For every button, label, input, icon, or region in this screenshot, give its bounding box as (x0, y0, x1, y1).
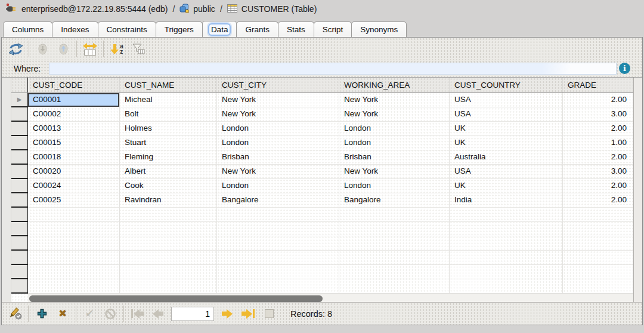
tab-synonyms[interactable]: Synonyms (351, 21, 407, 37)
empty-cell[interactable] (339, 208, 450, 222)
cell-GRADE[interactable]: 2.00 (563, 193, 633, 208)
row-header[interactable] (11, 193, 28, 208)
empty-cell[interactable] (450, 279, 563, 294)
cell-GRADE[interactable]: 2.00 (563, 179, 633, 193)
empty-cell[interactable] (563, 236, 633, 251)
empty-cell[interactable] (217, 251, 339, 265)
delete-row-icon[interactable]: ✖ (55, 306, 70, 322)
cell-GRADE[interactable]: 3.00 (563, 165, 633, 179)
row-header[interactable] (11, 136, 28, 150)
empty-cell[interactable] (120, 236, 217, 251)
empty-cell[interactable] (120, 251, 217, 265)
cell-WORKING_AREA[interactable]: New York (339, 93, 450, 107)
cell-CUST_CODE[interactable]: C00025 (28, 193, 120, 208)
empty-cell[interactable] (339, 279, 450, 294)
empty-cell[interactable] (217, 222, 339, 236)
cell-CUST_NAME[interactable]: Micheal (120, 93, 217, 107)
empty-cell[interactable] (28, 236, 120, 251)
cell-CUST_CODE[interactable]: C00002 (28, 107, 120, 122)
cell-CUST_NAME[interactable]: Fleming (120, 150, 217, 165)
row-header[interactable] (11, 179, 28, 193)
tab-indexes[interactable]: Indexes (52, 21, 98, 37)
row-header[interactable] (11, 150, 28, 165)
empty-cell[interactable] (28, 208, 120, 222)
fit-column-width-icon[interactable] (82, 41, 98, 57)
cell-CUST_NAME[interactable]: Cook (120, 179, 217, 193)
empty-cell[interactable] (120, 265, 217, 279)
empty-cell[interactable] (28, 279, 120, 294)
row-header[interactable] (11, 122, 28, 136)
cell-CUST_NAME[interactable]: Bolt (120, 107, 217, 122)
tab-stats[interactable]: Stats (278, 21, 314, 37)
cell-WORKING_AREA[interactable]: New York (339, 107, 450, 122)
column-header-CUST_COUNTRY[interactable]: CUST_COUNTRY (450, 78, 563, 92)
column-header-CUST_NAME[interactable]: CUST_NAME (120, 78, 217, 92)
cell-CUST_CITY[interactable]: Brisban (217, 150, 339, 165)
row-header[interactable]: ▶ (11, 93, 28, 107)
first-record-icon[interactable] (129, 306, 145, 322)
edit-mode-icon[interactable] (7, 306, 23, 322)
empty-cell[interactable] (563, 251, 633, 265)
cell-WORKING_AREA[interactable]: New York (339, 165, 450, 179)
horizontal-scrollbar-thumb[interactable] (29, 295, 323, 302)
cell-CUST_CITY[interactable]: New York (217, 165, 339, 179)
filter-table-icon[interactable] (130, 41, 145, 57)
tab-columns[interactable]: Columns (3, 21, 52, 37)
cell-CUST_COUNTRY[interactable]: USA (450, 165, 563, 179)
rollback-icon[interactable] (103, 306, 118, 322)
cell-CUST_COUNTRY[interactable]: UK (450, 179, 563, 193)
tab-data[interactable]: Data (202, 21, 237, 37)
cell-CUST_NAME[interactable]: Stuart (120, 136, 217, 150)
cell-CUST_CITY[interactable]: London (217, 179, 339, 193)
row-header[interactable] (11, 208, 28, 222)
empty-cell[interactable] (563, 279, 633, 294)
cell-WORKING_AREA[interactable]: London (339, 179, 450, 193)
cell-GRADE[interactable]: 3.00 (563, 107, 633, 122)
column-header-CUST_CITY[interactable]: CUST_CITY (217, 78, 339, 92)
empty-cell[interactable] (563, 208, 633, 222)
empty-cell[interactable] (450, 222, 563, 236)
cell-CUST_NAME[interactable]: Holmes (120, 122, 217, 136)
row-header[interactable] (11, 222, 28, 236)
where-input[interactable] (49, 63, 617, 75)
cell-GRADE[interactable]: 2.00 (563, 150, 633, 165)
column-header-WORKING_AREA[interactable]: WORKING_AREA (339, 78, 450, 92)
empty-cell[interactable] (450, 251, 563, 265)
cell-CUST_CODE[interactable]: C00020 (28, 165, 120, 179)
cell-CUST_COUNTRY[interactable]: India (450, 193, 563, 208)
cell-CUST_CODE[interactable]: C00013 (28, 122, 120, 136)
cell-CUST_COUNTRY[interactable]: UK (450, 122, 563, 136)
row-header[interactable] (11, 107, 28, 122)
empty-cell[interactable] (217, 265, 339, 279)
empty-cell[interactable] (450, 208, 563, 222)
tab-constraints[interactable]: Constraints (98, 21, 156, 37)
empty-cell[interactable] (217, 279, 339, 294)
cell-CUST_CITY[interactable]: London (217, 136, 339, 150)
insert-row-icon[interactable] (34, 306, 49, 322)
cell-CUST_CITY[interactable]: New York (217, 107, 339, 122)
tab-script[interactable]: Script (314, 21, 352, 37)
cell-CUST_CITY[interactable]: New York (217, 93, 339, 107)
cell-GRADE[interactable]: 1.00 (563, 136, 633, 150)
sort-icon[interactable]: az (109, 41, 125, 57)
cell-WORKING_AREA[interactable]: London (339, 122, 450, 136)
row-header[interactable] (11, 251, 28, 265)
import-data-icon[interactable] (35, 41, 50, 57)
empty-cell[interactable] (563, 222, 633, 236)
last-record-icon[interactable] (240, 306, 256, 322)
info-icon[interactable]: i (619, 63, 630, 74)
cell-WORKING_AREA[interactable]: Brisban (339, 150, 450, 165)
empty-cell[interactable] (120, 208, 217, 222)
row-header[interactable] (11, 279, 28, 294)
next-record-icon[interactable] (219, 306, 235, 322)
record-number-input[interactable] (171, 307, 214, 321)
column-header-CUST_CODE[interactable]: CUST_CODE (28, 78, 120, 92)
empty-cell[interactable] (28, 265, 120, 279)
cell-CUST_CODE[interactable]: C00015 (28, 136, 120, 150)
row-header[interactable] (11, 165, 28, 179)
empty-cell[interactable] (120, 279, 217, 294)
cell-CUST_COUNTRY[interactable]: USA (450, 93, 563, 107)
cell-CUST_COUNTRY[interactable]: USA (450, 107, 563, 122)
export-data-icon[interactable] (55, 41, 71, 57)
cell-CUST_CODE[interactable]: C00024 (28, 179, 120, 193)
